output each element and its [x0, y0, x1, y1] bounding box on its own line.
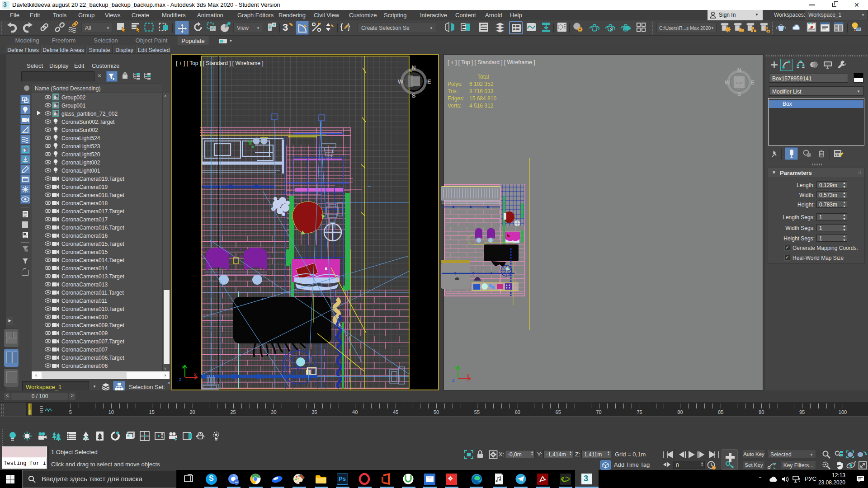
svg-text:z: z: [452, 377, 455, 383]
svg-text:y: y: [182, 364, 184, 369]
svg-text:N: N: [737, 67, 741, 74]
svg-text:z: z: [179, 376, 182, 382]
svg-text:N: N: [411, 64, 415, 71]
svg-text:W: W: [398, 78, 404, 85]
svg-text:y: y: [455, 365, 458, 370]
svg-text:W: W: [725, 80, 730, 86]
svg-text:E: E: [427, 78, 431, 85]
svg-text:x: x: [194, 371, 197, 377]
svg-text:x: x: [467, 372, 470, 378]
svg-text:S: S: [737, 91, 741, 98]
svg-text:TOP: TOP: [412, 80, 419, 84]
svg-text:S: S: [412, 92, 416, 99]
svg-text:TOP: TOP: [736, 81, 743, 85]
svg-text:E: E: [751, 80, 755, 86]
svg-text:3: 3: [283, 22, 288, 33]
